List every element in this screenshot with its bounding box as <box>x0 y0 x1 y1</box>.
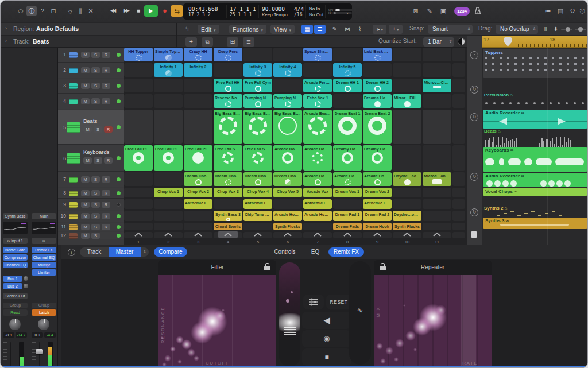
quantize-pie-icon[interactable] <box>458 38 465 45</box>
loop-cell[interactable]: HH Topper <box>124 48 153 61</box>
loop-cell[interactable]: Infinity 5 <box>333 63 362 77</box>
empty-cell-slot[interactable] <box>452 211 465 221</box>
scene-trigger-1[interactable] <box>129 231 148 238</box>
loop-cell[interactable]: Dream Beat 2 <box>363 110 392 144</box>
share-icon[interactable]: ⎋ <box>577 6 587 16</box>
snap-dropdown[interactable]: Smart⇕ <box>428 25 473 34</box>
volume-fader-track[interactable] <box>39 342 40 368</box>
scene-trigger-4[interactable] <box>218 231 238 238</box>
loop-cell[interactable]: Anthemic Lead <box>243 199 272 209</box>
loop-cell[interactable]: Chop Vox 5 <box>273 188 302 197</box>
empty-cell-slot[interactable] <box>363 63 392 77</box>
solo-button[interactable]: S <box>91 52 100 58</box>
mute-button[interactable]: M <box>81 233 90 239</box>
loop-cell[interactable]: Dream Hook <box>363 223 392 230</box>
record-arm-button[interactable]: R <box>102 202 110 208</box>
empty-cell-slot[interactable] <box>452 188 465 197</box>
empty-cell-slot[interactable] <box>333 199 362 209</box>
tab-track[interactable]: Track <box>80 247 109 257</box>
empty-cell-slot[interactable] <box>393 48 421 61</box>
input-monitor-dot[interactable] <box>117 203 121 207</box>
functions-menu[interactable]: Functions▾ <box>229 25 266 34</box>
tab-controls[interactable]: Controls <box>269 247 301 257</box>
solo-button[interactable]: S <box>91 224 100 230</box>
loop-cell[interactable]: Dreamy Hook 1 <box>333 145 362 171</box>
empty-cell-slot[interactable] <box>184 211 212 221</box>
view-menu[interactable]: View▾ <box>270 25 295 34</box>
input-button[interactable]: ⧉ <box>32 238 56 244</box>
track-header-9[interactable]: 9MSR <box>58 199 124 210</box>
loop-cell[interactable]: Big Bass Beat 2 <box>243 110 272 144</box>
mute-button[interactable]: M <box>83 126 92 133</box>
empty-cell-slot[interactable] <box>184 110 212 144</box>
loop-cell[interactable]: Arcade Perc 1 <box>303 79 332 92</box>
mute-button[interactable]: M <box>81 190 90 196</box>
loops-browser-icon[interactable]: Ω <box>567 6 578 16</box>
filter-strength-slider[interactable] <box>279 262 300 367</box>
loop-cell[interactable]: Dream Beat 1 <box>333 110 362 144</box>
region-value[interactable]: Audio Defaults <box>36 25 79 32</box>
loop-cell[interactable]: Big Bass Beat 3 <box>273 110 302 144</box>
empty-cell-slot[interactable] <box>423 145 451 171</box>
mute-button[interactable]: M <box>83 157 92 164</box>
count-in-badge[interactable]: 1234 <box>454 7 470 16</box>
empty-cell-slot[interactable] <box>333 48 362 61</box>
empty-cell-slot[interactable] <box>452 199 465 209</box>
solo-button[interactable]: S <box>91 190 100 196</box>
loop-cell[interactable]: Mirror…Fill 01 <box>393 94 421 108</box>
loop-cell[interactable]: Deep Perc <box>214 48 242 61</box>
empty-cell-slot[interactable] <box>423 188 451 197</box>
empty-cell-slot[interactable] <box>124 223 153 230</box>
automation-icon[interactable]: ✎ <box>329 25 341 34</box>
empty-cell-slot[interactable] <box>184 79 212 92</box>
empty-cell-slot[interactable] <box>303 223 332 230</box>
play-button[interactable]: ▶ <box>144 5 158 17</box>
compare-button[interactable]: Compare <box>154 247 187 257</box>
solo-button[interactable]: S <box>94 126 102 133</box>
inspector-icon[interactable]: ⓘ <box>26 6 37 16</box>
loop-cell[interactable]: Dream Vox 2 <box>363 188 392 197</box>
crossfade-icon[interactable]: ⋈ <box>342 25 353 34</box>
solo-button[interactable]: S <box>94 157 102 164</box>
mute-button[interactable]: M <box>81 224 90 230</box>
empty-cell-slot[interactable] <box>154 199 183 209</box>
empty-cell-slot[interactable] <box>393 63 421 77</box>
scene-trigger-3[interactable] <box>188 231 208 238</box>
audio-region[interactable]: Audio Recorder ∞ <box>483 173 587 187</box>
modulation-slider[interactable]: ∿ <box>349 261 371 365</box>
empty-cell-slot[interactable] <box>423 48 451 61</box>
solo-button[interactable]: S <box>91 83 100 89</box>
empty-cell-slot[interactable] <box>333 94 362 108</box>
cycle-cell-icon[interactable]: ↻ <box>470 173 478 181</box>
scene-trigger-7[interactable] <box>308 231 327 238</box>
grid-view-icon[interactable]: ▦ <box>301 25 313 34</box>
empty-cell-slot[interactable] <box>452 48 465 61</box>
empty-cell-slot[interactable] <box>452 223 465 230</box>
loop-cell[interactable]: Dream HH 1 <box>333 79 362 92</box>
loop-cell[interactable]: Infinity 3 <box>243 63 272 77</box>
audio-region[interactable]: Keyboards ∞ <box>483 147 587 172</box>
send-knob[interactable] <box>24 276 28 281</box>
empty-cell-slot[interactable] <box>273 199 302 209</box>
loop-cell[interactable]: Arcade Beat 1 <box>303 110 332 144</box>
loop-cell[interactable]: Dream Chord 1 <box>184 172 212 186</box>
loop-cell[interactable]: Anthemic Lead <box>184 199 212 209</box>
smart-controls-icon[interactable]: ☼ <box>65 6 75 16</box>
track-header-7[interactable]: 7MSR <box>58 172 124 187</box>
scene-trigger-6[interactable] <box>278 231 297 238</box>
input-monitor-dot[interactable] <box>117 214 121 218</box>
empty-cell-slot[interactable] <box>154 110 183 144</box>
empty-cell-slot[interactable] <box>393 145 421 171</box>
solo-button[interactable]: S <box>91 98 100 104</box>
lcd-chevron-icon[interactable]: ⌄ <box>344 7 351 17</box>
input-monitor-dot[interactable] <box>117 68 121 72</box>
loop-cell[interactable]: Free Fall Synth <box>214 145 242 171</box>
empty-cell-slot[interactable] <box>214 199 242 209</box>
solo-button[interactable]: S <box>91 233 100 239</box>
track-name[interactable]: Beats <box>83 118 97 124</box>
empty-cell-slot[interactable] <box>243 223 272 230</box>
lock-icon[interactable] <box>264 266 270 270</box>
track-header-2[interactable]: 2MSR <box>58 63 124 78</box>
list-editors-icon[interactable]: ≔ <box>543 6 553 16</box>
track-name[interactable]: Keyboards <box>83 149 109 155</box>
